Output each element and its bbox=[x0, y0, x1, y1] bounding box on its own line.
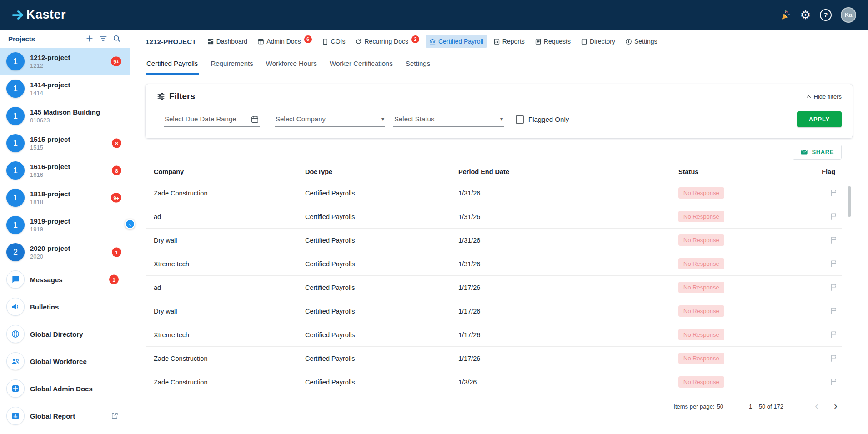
sidebar-item-global-workforce[interactable]: Global Workforce bbox=[0, 348, 130, 375]
project-name: 1919-project bbox=[30, 217, 70, 225]
cell-company: Xtreme tech bbox=[146, 260, 305, 268]
tab-certified-payroll[interactable]: Certified Payroll bbox=[426, 35, 487, 48]
previous-page-button[interactable]: ‹ bbox=[811, 400, 823, 412]
table-row[interactable]: ad Certified Payrolls 1/17/26 No Respons… bbox=[146, 276, 842, 299]
table-row[interactable]: Dry wall Certified Payrolls 1/17/26 No R… bbox=[146, 299, 842, 323]
table-row[interactable]: Zade Construction Certified Payrolls 1/3… bbox=[146, 181, 842, 205]
project-name: 145 Madison Building bbox=[30, 108, 100, 116]
search-icon[interactable] bbox=[112, 34, 121, 43]
table-row[interactable]: Zade Construction Certified Payrolls 1/3… bbox=[146, 370, 842, 394]
filter-list-icon[interactable] bbox=[99, 34, 108, 43]
company-select[interactable]: ▾ bbox=[275, 112, 385, 127]
cell-doctype: Certified Payrolls bbox=[305, 213, 458, 220]
project-avatar: 1 bbox=[6, 134, 25, 152]
bar-chart-icon bbox=[11, 411, 20, 420]
sidebar-item-global-report[interactable]: Global Report bbox=[0, 402, 130, 429]
sidebar-item-project-145-madison[interactable]: 1 145 Madison Building 010623 bbox=[0, 102, 130, 130]
sidebar-collapse-button[interactable]: ‹ bbox=[125, 219, 135, 229]
subtab-workforce-hours[interactable]: Workforce Hours bbox=[265, 53, 318, 75]
sidebar-item-messages[interactable]: Messages 1 bbox=[0, 266, 130, 293]
subtab-settings[interactable]: Settings bbox=[405, 53, 431, 75]
subtab-requirements[interactable]: Requirements bbox=[210, 53, 254, 75]
flag-icon[interactable] bbox=[829, 354, 838, 363]
table-row[interactable]: ad Certified Payrolls 1/31/26 No Respons… bbox=[146, 205, 842, 229]
app-logo[interactable]: Kaster bbox=[12, 8, 66, 22]
tab-requests[interactable]: Requests bbox=[531, 35, 574, 48]
flag-icon[interactable] bbox=[829, 259, 838, 268]
tab-dashboard[interactable]: Dashboard bbox=[204, 35, 251, 48]
subtab-worker-certifications[interactable]: Worker Certifications bbox=[329, 53, 394, 75]
table-row[interactable]: Xtreme tech Certified Payrolls 1/17/26 N… bbox=[146, 323, 842, 347]
dashboard-icon bbox=[207, 38, 214, 45]
table-row[interactable]: Xtreme tech Certified Payrolls 1/31/26 N… bbox=[146, 252, 842, 276]
hide-filters-button[interactable]: Hide filters bbox=[805, 93, 842, 100]
logo-arrow-icon bbox=[12, 8, 25, 22]
cell-period-end: 1/17/26 bbox=[458, 355, 678, 362]
next-page-button[interactable]: › bbox=[830, 400, 842, 412]
due-date-range-field[interactable] bbox=[164, 112, 260, 127]
help-icon[interactable]: ? bbox=[820, 9, 832, 21]
status-select-input[interactable] bbox=[393, 112, 504, 126]
sidebar-item-project-1616[interactable]: 1 1616-project 1616 8 bbox=[0, 157, 130, 184]
add-project-icon[interactable] bbox=[85, 34, 94, 43]
sidebar-item-project-2020[interactable]: 2 2020-project 2020 1 bbox=[0, 239, 130, 266]
status-select[interactable]: ▾ bbox=[393, 112, 504, 127]
sidebar-item-global-admin-docs[interactable]: Global Admin Docs bbox=[0, 375, 130, 402]
flag-icon[interactable] bbox=[829, 307, 838, 315]
tab-label: Dashboard bbox=[216, 38, 248, 45]
sidebar-item-bulletins[interactable]: Bulletins bbox=[0, 293, 130, 320]
items-per-page[interactable]: Items per page: 50 bbox=[673, 403, 723, 410]
content-area: Filters Hide filters bbox=[130, 75, 868, 434]
share-button[interactable]: SHARE bbox=[793, 145, 842, 160]
chevron-left-icon: ‹ bbox=[815, 400, 818, 412]
sidebar-item-project-1414[interactable]: 1 1414-project 1414 bbox=[0, 75, 130, 102]
apply-button[interactable]: APPLY bbox=[797, 111, 842, 127]
tab-reports[interactable]: Reports bbox=[490, 35, 528, 48]
flag-icon[interactable] bbox=[829, 236, 838, 244]
external-link-icon[interactable] bbox=[110, 412, 119, 420]
project-name: 2020-project bbox=[30, 244, 70, 252]
user-avatar[interactable]: Ka bbox=[841, 7, 856, 23]
tab-label: Certified Payroll bbox=[438, 38, 483, 45]
status-badge: No Response bbox=[678, 305, 724, 317]
calendar-icon[interactable] bbox=[251, 115, 259, 124]
party-icon[interactable] bbox=[779, 9, 791, 21]
main-area: 1212-PROJECT Dashboard Admin Docs 6 bbox=[130, 30, 868, 434]
project-code: 1515 bbox=[30, 144, 70, 151]
tab-settings[interactable]: Settings bbox=[622, 35, 661, 48]
flagged-only-checkbox[interactable] bbox=[516, 115, 524, 124]
tab-recurring-docs[interactable]: Recurring Docs 2 bbox=[351, 35, 422, 48]
flag-icon[interactable] bbox=[829, 212, 838, 221]
project-avatar: 2 bbox=[6, 243, 25, 261]
table-row[interactable]: Zade Construction Certified Payrolls 1/1… bbox=[146, 347, 842, 370]
sidebar-item-project-1919[interactable]: 1 1919-project 1919 bbox=[0, 211, 130, 239]
tab-cois[interactable]: COIs bbox=[318, 35, 349, 48]
flag-icon[interactable] bbox=[829, 283, 838, 292]
flag-icon[interactable] bbox=[829, 378, 838, 386]
due-date-range-input[interactable] bbox=[164, 112, 260, 126]
tab-label: Admin Docs bbox=[266, 38, 301, 45]
items-per-page-value[interactable]: 50 bbox=[717, 403, 723, 410]
page-title: 1212-PROJECT bbox=[146, 38, 196, 45]
tab-admin-docs[interactable]: Admin Docs 6 bbox=[254, 35, 315, 48]
certified-payroll-icon bbox=[429, 38, 436, 45]
sidebar-item-project-1818[interactable]: 1 1818-project 1818 9+ bbox=[0, 184, 130, 211]
project-code: 1212 bbox=[30, 62, 70, 69]
sidebar-item-project-1212[interactable]: 1 1212-project 1212 9+ bbox=[0, 48, 130, 75]
flag-icon[interactable] bbox=[829, 330, 838, 339]
cell-doctype: Certified Payrolls bbox=[305, 284, 458, 291]
subtab-certified-payrolls[interactable]: Certified Payrolls bbox=[146, 53, 199, 75]
flagged-only-control[interactable]: Flagged Only bbox=[516, 115, 569, 124]
recurring-docs-icon bbox=[355, 38, 362, 45]
logo-text: Kaster bbox=[26, 8, 66, 22]
gear-icon[interactable]: ⚙ bbox=[800, 9, 811, 21]
flagged-only-label: Flagged Only bbox=[528, 115, 569, 123]
tab-directory[interactable]: Directory bbox=[577, 35, 619, 48]
cell-company: Zade Construction bbox=[146, 355, 305, 362]
main-scrollbar[interactable] bbox=[848, 186, 851, 217]
company-select-input[interactable] bbox=[275, 112, 385, 126]
table-row[interactable]: Dry wall Certified Payrolls 1/31/26 No R… bbox=[146, 229, 842, 252]
sidebar-item-project-1515[interactable]: 1 1515-project 1515 8 bbox=[0, 130, 130, 157]
flag-icon[interactable] bbox=[829, 189, 838, 197]
sidebar-item-global-directory[interactable]: Global Directory bbox=[0, 320, 130, 348]
